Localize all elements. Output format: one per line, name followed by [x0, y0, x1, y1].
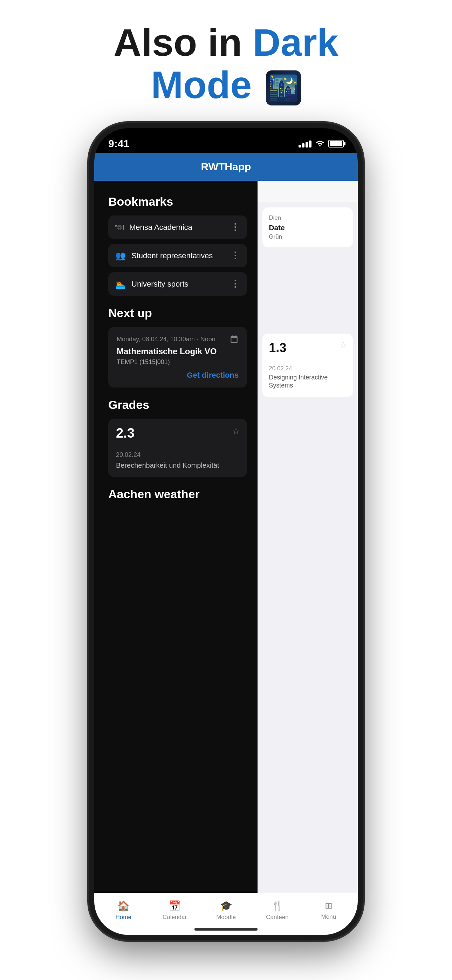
right-grade-date-middle: 20.02.24 — [269, 365, 347, 372]
nav-label-moodle: Moodle — [216, 914, 236, 921]
nav-label-menu: Menu — [321, 913, 336, 920]
nav-label-canteen: Canteen — [266, 914, 288, 921]
right-top-white — [258, 181, 358, 202]
battery-fill — [330, 141, 342, 146]
next-up-section: Next up Monday, 08.04.24, 10:30am - Noon… — [108, 306, 247, 388]
right-content: Dien Date Grün 1.3 ☆ 20.02.24 Designing … — [258, 202, 358, 408]
grades-header: Grades — [108, 398, 247, 412]
event-location: TEMP1 (1515|001) — [117, 358, 239, 366]
nav-item-moodle[interactable]: 🎓 Moodle — [201, 897, 251, 924]
signal-bar-1 — [299, 145, 301, 148]
signal-bar-2 — [302, 143, 304, 148]
nav-item-canteen[interactable]: 🍴 Canteen — [251, 897, 303, 924]
header-title: Also in Dark Mode — [113, 21, 339, 106]
next-up-header: Next up — [108, 306, 247, 320]
signal-bar-3 — [306, 142, 308, 148]
right-event-day: Dien — [269, 215, 347, 221]
sports-icon: 🏊 — [115, 279, 126, 289]
star-icon-left[interactable]: ☆ — [232, 426, 240, 437]
signal-bar-4 — [309, 140, 312, 148]
menu-icon: ⊞ — [325, 900, 333, 911]
left-panel: Bookmarks 🍽 Mensa Academica ⋮ 👥 St — [94, 181, 258, 893]
nav-item-menu[interactable]: ⊞ Menu — [303, 897, 354, 924]
app-title: RWTHapp — [201, 161, 251, 173]
event-date: Monday, 08.04.24, 10:30am - Noon — [117, 335, 239, 344]
weather-section: Aachen weather — [108, 487, 247, 501]
get-directions-button[interactable]: Get directions — [117, 371, 239, 380]
bookmark-item-mensa[interactable]: 🍽 Mensa Academica ⋮ — [108, 215, 247, 239]
signal-bars-icon — [299, 140, 312, 148]
event-title: Mathematische Logik VO — [117, 347, 239, 356]
right-event-title: Date — [269, 224, 347, 232]
students-icon: 👥 — [115, 251, 126, 261]
header-line1: Also in — [113, 21, 253, 64]
app-header-bar: RWTHapp — [94, 153, 358, 181]
bookmark-left-mensa: 🍽 Mensa Academica — [115, 223, 193, 232]
bookmarks-header: Bookmarks — [108, 195, 247, 208]
weather-header: Aachen weather — [108, 487, 247, 501]
header-blue: Dark — [253, 21, 339, 64]
right-grade-value-middle: 1.3 — [269, 340, 347, 355]
bookmark-label-sports: University sports — [131, 280, 188, 289]
mensa-icon: 🍽 — [115, 223, 124, 232]
star-icon-middle[interactable]: ☆ — [339, 340, 347, 350]
grade-date-left: 20.02.24 — [116, 451, 239, 459]
more-options-icon-students[interactable]: ⋮ — [231, 250, 240, 261]
bookmark-item-sports[interactable]: 🏊 University sports ⋮ — [108, 272, 247, 296]
right-grade-card-middle[interactable]: 1.3 ☆ 20.02.24 Designing Interactive Sys… — [263, 334, 353, 397]
home-icon: 🏠 — [118, 900, 130, 912]
bookmark-left-students: 👥 Student representatives — [115, 251, 213, 261]
bookmarks-section: Bookmarks 🍽 Mensa Academica ⋮ 👥 St — [108, 195, 247, 296]
nav-item-home[interactable]: 🏠 Home — [98, 897, 149, 924]
event-card[interactable]: Monday, 08.04.24, 10:30am - Noon Mathema… — [108, 327, 247, 388]
bookmark-label-students: Student representatives — [131, 251, 213, 260]
calendar-nav-icon: 📅 — [169, 900, 181, 912]
status-icons — [299, 139, 344, 148]
grade-subject-left: Berechenbarkeit und Komplexität — [116, 461, 239, 470]
phone-mockup: 9:41 — [89, 123, 363, 940]
right-event-sub: Grün — [269, 233, 347, 240]
nav-item-calendar[interactable]: 📅 Calendar — [149, 897, 200, 924]
grade-card-left[interactable]: 2.3 ☆ 20.02.24 Berechenbarkeit und Kompl… — [108, 419, 247, 477]
bookmark-label-mensa: Mensa Academica — [129, 223, 193, 232]
page-header: Also in Dark Mode — [113, 21, 339, 106]
notch — [188, 128, 264, 142]
right-event-card[interactable]: Dien Date Grün — [263, 207, 353, 247]
nav-label-home: Home — [116, 914, 131, 921]
battery-icon — [328, 140, 344, 148]
more-options-icon-mensa[interactable]: ⋮ — [231, 222, 240, 233]
bookmark-item-students[interactable]: 👥 Student representatives ⋮ — [108, 244, 247, 267]
right-grade-subject-middle: Designing Interactive Systems — [269, 374, 347, 390]
home-indicator — [194, 928, 258, 931]
calendar-icon — [229, 335, 239, 344]
grades-section: Grades 2.3 ☆ 20.02.24 Berechenbarkeit un… — [108, 398, 247, 477]
header-line2: Mode — [151, 63, 301, 106]
right-grades-spacer — [263, 253, 353, 330]
status-time: 9:41 — [108, 138, 129, 150]
grade-value-left: 2.3 — [116, 426, 239, 441]
canteen-icon: 🍴 — [271, 900, 283, 912]
moodle-icon: 🎓 — [220, 900, 232, 912]
phone-screen: 9:41 — [94, 128, 358, 935]
content-area: Bookmarks 🍽 Mensa Academica ⋮ 👥 St — [94, 181, 358, 893]
nav-label-calendar: Calendar — [162, 914, 187, 921]
night-emoji-icon — [266, 70, 301, 105]
wifi-icon — [315, 139, 325, 148]
phone-frame: 9:41 — [89, 123, 363, 940]
right-panel: Dien Date Grün 1.3 ☆ 20.02.24 Designing … — [258, 181, 358, 893]
more-options-icon-sports[interactable]: ⋮ — [231, 278, 240, 290]
bookmark-left-sports: 🏊 University sports — [115, 279, 188, 289]
